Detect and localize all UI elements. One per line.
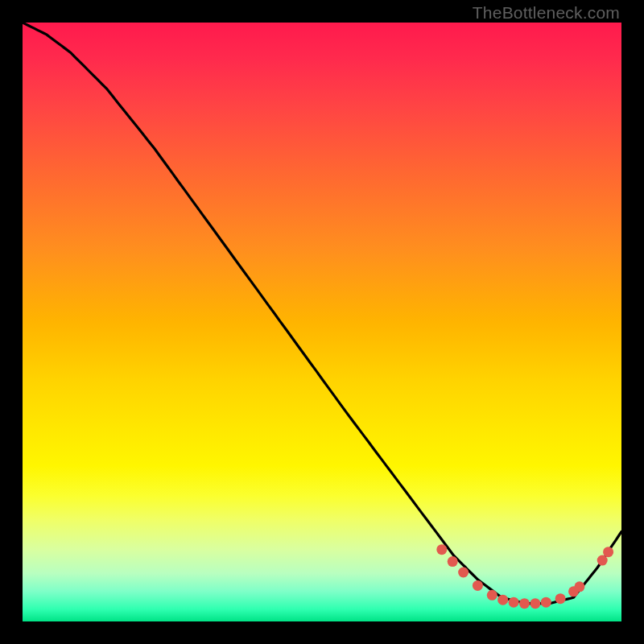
chart-dot	[448, 556, 458, 567]
chart-dot	[574, 581, 584, 592]
chart-dot	[603, 547, 613, 557]
chart-dot	[473, 580, 483, 591]
chart-dot	[487, 590, 497, 601]
chart-svg	[23, 23, 621, 621]
bottleneck-curve	[23, 23, 621, 604]
chart-dot	[541, 597, 551, 608]
chart-dot	[458, 568, 469, 578]
chart-dot	[497, 595, 508, 605]
chart-plot-area	[23, 23, 621, 621]
chart-dot	[509, 597, 519, 608]
chart-stage: TheBottleneck.com	[0, 0, 644, 644]
chart-dot	[530, 598, 540, 609]
chart-dot	[436, 544, 447, 555]
chart-dot	[555, 593, 566, 604]
attribution-text: TheBottleneck.com	[473, 3, 620, 23]
chart-dot	[597, 555, 608, 566]
chart-dots	[436, 544, 613, 609]
chart-dot	[519, 598, 530, 609]
